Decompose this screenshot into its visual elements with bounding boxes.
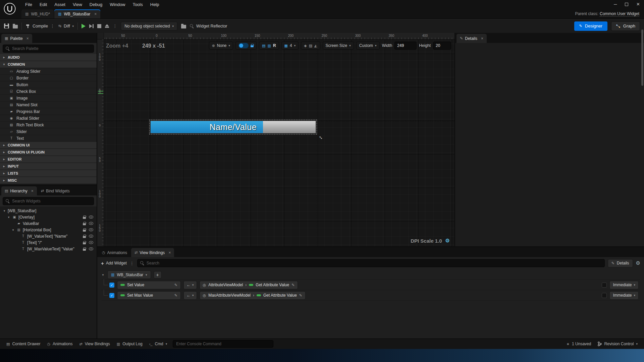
menu-file[interactable]: File — [21, 0, 36, 9]
binding-destination-property[interactable]: Set Value ✎ — [117, 281, 181, 289]
anchor-lock-toggle[interactable] — [235, 42, 257, 50]
screen-size-dropdown[interactable]: Screen Size ▾ — [323, 42, 354, 50]
binding-secondary-checkbox[interactable] — [602, 293, 607, 298]
menu-window[interactable]: Window — [106, 0, 129, 9]
palette-item[interactable]: ▧ Rich Text Block — [0, 122, 97, 128]
hierarchy-row[interactable]: ▾ ▥ [Horizontal Box] — [0, 227, 97, 233]
hierarchy-row[interactable]: ▾ [WB_StatusBar] — [0, 207, 97, 214]
edit-pencil-icon[interactable]: ✎ — [291, 283, 294, 287]
palette-search-input[interactable]: Search Palette — [3, 45, 94, 53]
statusbar-widget-preview[interactable]: Name/Value — [150, 121, 316, 133]
chevron-right-icon[interactable]: ▸ — [2, 165, 6, 168]
binding-enabled-checkbox[interactable]: ✓ — [109, 283, 114, 288]
chevron-down-icon[interactable]: ▾ — [7, 216, 10, 219]
hierarchy-row[interactable]: ▰ ValueBar — [0, 220, 97, 227]
console-command-input[interactable]: Enter Console Command — [173, 340, 273, 348]
content-drawer-button[interactable]: ▤ Content Drawer — [3, 339, 43, 349]
menu-debug[interactable]: Debug — [86, 0, 106, 9]
palette-item[interactable]: T Text — [0, 135, 97, 142]
bindings-settings-gear-icon[interactable]: ⚙ — [636, 260, 640, 266]
respect-locks-button[interactable]: R — [273, 43, 276, 48]
menu-help[interactable]: Help — [147, 0, 163, 9]
palette-item[interactable]: ▤ Named Slot — [0, 102, 97, 108]
details-toggle-button[interactable]: ✎ Details — [608, 259, 633, 267]
palette-category[interactable]: ▸ LISTS — [0, 170, 97, 177]
chevron-right-icon[interactable]: ▸ — [2, 172, 6, 175]
visibility-eye-icon[interactable] — [89, 235, 93, 238]
palette-category[interactable]: ▸ INPUT — [0, 163, 97, 170]
output-log-button[interactable]: ▥ Output Log — [114, 339, 146, 349]
visibility-eye-icon[interactable] — [89, 247, 93, 250]
resolution-preset-dropdown[interactable]: Custom ▾ — [356, 42, 380, 50]
add-widget-button[interactable]: + Add Widget — [101, 261, 127, 266]
stop-button[interactable] — [97, 24, 101, 28]
save-button[interactable] — [4, 23, 9, 28]
edit-pencil-icon[interactable]: ✎ — [174, 293, 177, 298]
dpi-settings-gear-icon[interactable]: ⚙ — [445, 238, 450, 244]
unsaved-indicator[interactable]: ∗ 1 Unsaved — [564, 339, 594, 349]
designer-mode-button[interactable]: ✎ Designer — [574, 21, 607, 31]
close-icon[interactable]: × — [26, 36, 29, 41]
lock-icon[interactable] — [83, 236, 86, 238]
chevron-right-icon[interactable]: ▸ — [2, 150, 6, 154]
palette-item[interactable]: ▬ Button — [0, 81, 97, 88]
tab-bind-widgets[interactable]: ⇄ Bind Widgets — [38, 186, 73, 195]
tab-animations[interactable]: ◷ Animations — [99, 248, 130, 257]
frame-skip-button[interactable] — [89, 24, 94, 28]
close-button[interactable]: ✕ — [636, 2, 640, 7]
visibility-eye-icon[interactable] — [89, 222, 93, 225]
visibility-eye-icon[interactable] — [89, 228, 93, 231]
palette-category[interactable]: ▾ COMMON — [0, 61, 97, 68]
menu-tools[interactable]: Tools — [129, 0, 146, 9]
binding-direction-dropdown[interactable]: ← ▾ — [183, 281, 197, 289]
chevron-right-icon[interactable]: ▸ — [2, 56, 6, 59]
view-bindings-statusbar-button[interactable]: ⇄ View Bindings — [76, 339, 113, 349]
update-mode-dropdown[interactable]: Immediate ▾ — [609, 281, 639, 289]
binding-secondary-checkbox[interactable] — [602, 283, 607, 288]
visibility-eye-icon[interactable] — [89, 241, 93, 244]
close-icon[interactable]: × — [168, 250, 171, 255]
menu-view[interactable]: View — [69, 0, 86, 9]
update-mode-dropdown[interactable]: Immediate ▾ — [609, 291, 639, 300]
cmd-dropdown[interactable]: ›_ Cmd ▾ — [146, 339, 170, 349]
palette-item[interactable]: ▢ Border — [0, 75, 97, 81]
compile-button[interactable]: Compile ⋮ — [25, 23, 55, 28]
tab-view-bindings[interactable]: ⇄ View Bindings × — [131, 248, 174, 257]
bindings-widget-dropdown[interactable]: ▥ WB_StatusBar ▾ — [107, 270, 151, 279]
edit-pencil-icon[interactable]: ✎ — [299, 293, 302, 298]
revision-control-button[interactable]: Revision Control ▾ — [595, 339, 641, 349]
edit-pencil-icon[interactable]: ✎ — [174, 283, 177, 287]
diff-button[interactable]: ⇆ Diff ▾ — [58, 24, 74, 28]
visibility-eye-icon[interactable] — [89, 216, 93, 219]
restore-button[interactable] — [625, 3, 628, 6]
binding-direction-dropdown[interactable]: ← ▾ — [183, 291, 197, 300]
graph-mode-button[interactable]: Graph — [611, 21, 640, 31]
palette-item[interactable]: ▭ Analog Slider — [0, 68, 97, 75]
palette-item[interactable]: ▣ Image — [0, 95, 97, 102]
menu-edit[interactable]: Edit — [36, 0, 51, 9]
designer-canvas[interactable]: 50050100150200250300350400450 1 0 05 005… — [97, 33, 454, 246]
palette-item[interactable]: ☑ Check Box — [0, 88, 97, 95]
close-icon[interactable]: × — [94, 12, 97, 16]
close-icon[interactable]: × — [481, 36, 483, 41]
minimize-button[interactable]: ─ — [614, 2, 617, 7]
tab-details[interactable]: ✎ Details × — [457, 34, 487, 43]
palette-category[interactable]: ▸ COMMON UI — [0, 142, 97, 149]
palette-item[interactable]: ▱ Slider — [0, 128, 97, 135]
palette-scrollbar[interactable] — [641, 29, 643, 86]
outline-mode-buttons[interactable]: ▤ ▥ R — [259, 42, 279, 50]
animations-statusbar-button[interactable]: ◷ Animations — [44, 339, 75, 349]
lock-icon[interactable] — [83, 223, 86, 225]
tab-hierarchy[interactable]: ▤ Hierarchy × — [1, 186, 37, 195]
hierarchy-search-input[interactable]: Search Widgets — [3, 197, 94, 205]
binding-destination-property[interactable]: Set Max Value ✎ — [117, 291, 181, 300]
preview-tools[interactable]: ◈ ▨ ◭ — [301, 42, 320, 50]
close-icon[interactable]: × — [31, 189, 34, 193]
menu-asset[interactable]: Asset — [51, 0, 69, 9]
parent-class-link[interactable]: Common User Widget — [600, 11, 639, 16]
browse-to-asset-button[interactable] — [13, 24, 18, 28]
localization-preview-dropdown[interactable]: ⊕ None ▾ — [209, 42, 233, 50]
tab-palette[interactable]: ▦ Palette × — [1, 34, 32, 43]
play-options-icon[interactable]: ⋮ — [113, 23, 117, 28]
hierarchy-row[interactable]: T [W_ValueText] "Name" — [0, 233, 97, 239]
